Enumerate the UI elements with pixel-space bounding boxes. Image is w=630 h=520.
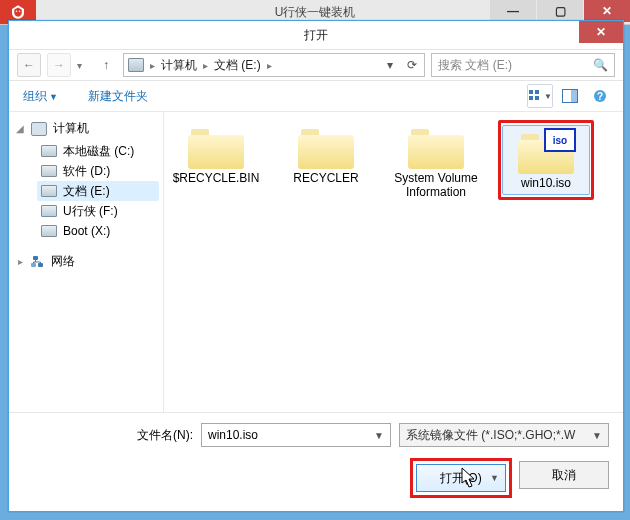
- toolbar: 组织▼ 新建文件夹 ▼ ?: [9, 81, 623, 112]
- background-close-button[interactable]: ✕: [584, 0, 630, 22]
- file-list[interactable]: $RECYCLE.BIN RECYCLER System Volume Info…: [164, 112, 623, 444]
- search-input[interactable]: 搜索 文档 (E:) 🔍: [431, 53, 615, 77]
- nav-up-button[interactable]: ↑: [95, 54, 117, 76]
- screenshot-stage: U行侠一键装机 — ▢ ✕ 打开 ✕ ← → ▾ ↑ ▸ 计算机 ▸ 文档 (E…: [0, 0, 630, 520]
- open-button-label: 打开(O): [440, 470, 481, 487]
- view-options-button[interactable]: ▼: [527, 84, 553, 108]
- svg-rect-5: [535, 96, 539, 100]
- background-maximize-button[interactable]: ▢: [537, 0, 583, 22]
- tree-item-label: Boot (X:): [63, 224, 110, 238]
- svg-rect-4: [529, 96, 533, 100]
- tree-root-label: 网络: [51, 253, 75, 270]
- chevron-down-icon: ▼: [49, 92, 58, 102]
- nav-history-button[interactable]: ▾: [77, 60, 89, 71]
- iso-file-icon: iso: [518, 130, 574, 174]
- tree-twisty-icon[interactable]: ▸: [15, 256, 25, 267]
- help-icon: ?: [593, 89, 607, 103]
- drive-icon: [41, 165, 57, 177]
- arrow-left-icon: ←: [23, 58, 35, 72]
- breadcrumb-separator: ▸: [267, 60, 272, 71]
- split-button-arrow-icon[interactable]: ▼: [490, 473, 499, 483]
- tree-twisty-icon[interactable]: ◢: [15, 123, 25, 134]
- address-dropdown-button[interactable]: ▾: [382, 57, 398, 73]
- filetype-value: 系统镜像文件 (*.ISO;*.GHO;*.W: [406, 427, 575, 444]
- tree-item-drive-e[interactable]: 文档 (E:): [37, 181, 159, 201]
- background-minimize-button[interactable]: —: [490, 0, 536, 22]
- tree-item-label: 软件 (D:): [63, 163, 110, 180]
- nav-back-button[interactable]: ←: [17, 53, 41, 77]
- filename-value: win10.iso: [208, 428, 258, 442]
- open-file-dialog: 打开 ✕ ← → ▾ ↑ ▸ 计算机 ▸ 文档 (E:) ▸ ▾ ⟳ 搜索 文档…: [8, 20, 624, 512]
- drive-icon: [128, 58, 144, 72]
- filename-row: 文件名(N): win10.iso ▼ 系统镜像文件 (*.ISO;*.GHO;…: [9, 413, 623, 453]
- open-button[interactable]: 打开(O) ▼: [416, 464, 506, 492]
- file-item-iso-highlighted[interactable]: iso win10.iso: [498, 120, 594, 200]
- tree-item-drive-d[interactable]: 软件 (D:): [37, 161, 159, 181]
- filetype-filter[interactable]: 系统镜像文件 (*.ISO;*.GHO;*.W ▼: [399, 423, 609, 447]
- file-item-label: win10.iso: [521, 176, 571, 190]
- tree-item-label: 本地磁盘 (C:): [63, 143, 134, 160]
- svg-rect-10: [33, 256, 38, 260]
- search-placeholder: 搜索 文档 (E:): [438, 57, 587, 74]
- svg-rect-2: [529, 90, 533, 94]
- file-item-iso[interactable]: iso win10.iso: [502, 125, 590, 195]
- drive-icon: [41, 205, 57, 217]
- button-row: 打开(O) ▼ 取消: [9, 453, 623, 495]
- file-item-label: $RECYCLE.BIN: [173, 171, 260, 185]
- file-item-label: RECYCLER: [293, 171, 358, 185]
- file-item-folder[interactable]: $RECYCLE.BIN: [168, 120, 264, 190]
- background-window-controls: — ▢ ✕: [490, 0, 630, 22]
- tree-root-network[interactable]: ▸ 网络: [15, 253, 159, 270]
- drive-icon: [41, 145, 57, 157]
- chevron-down-icon[interactable]: ▼: [374, 430, 384, 441]
- refresh-button[interactable]: ⟳: [404, 57, 420, 73]
- tree-root-computer[interactable]: ◢ 计算机: [15, 120, 159, 137]
- preview-pane-icon: [562, 89, 578, 103]
- chevron-down-icon[interactable]: ▼: [592, 430, 602, 441]
- navigation-bar: ← → ▾ ↑ ▸ 计算机 ▸ 文档 (E:) ▸ ▾ ⟳ 搜索 文档 (E:)…: [9, 49, 623, 81]
- drive-icon: [41, 185, 57, 197]
- breadcrumb-leaf[interactable]: 文档 (E:): [214, 57, 261, 74]
- tree-item-drive-c[interactable]: 本地磁盘 (C:): [37, 141, 159, 161]
- svg-rect-3: [535, 90, 539, 94]
- cancel-button-label: 取消: [552, 467, 576, 484]
- dialog-bottom-panel: 文件名(N): win10.iso ▼ 系统镜像文件 (*.ISO;*.GHO;…: [9, 412, 623, 511]
- network-icon: [31, 255, 45, 269]
- refresh-icon: ⟳: [407, 58, 417, 72]
- app-logo-icon: [9, 3, 27, 21]
- arrow-up-icon: ↑: [103, 58, 109, 72]
- address-bar[interactable]: ▸ 计算机 ▸ 文档 (E:) ▸ ▾ ⟳: [123, 53, 425, 77]
- tree-item-label: 文档 (E:): [63, 183, 110, 200]
- tree-item-drive-f[interactable]: U行侠 (F:): [37, 201, 159, 221]
- breadcrumb-root[interactable]: 计算机: [161, 57, 197, 74]
- file-item-folder[interactable]: RECYCLER: [278, 120, 374, 190]
- cancel-button[interactable]: 取消: [519, 461, 609, 489]
- svg-text:?: ?: [597, 91, 603, 102]
- background-window-title: U行侠一键装机: [275, 4, 356, 21]
- open-button-highlight: 打开(O) ▼: [413, 461, 509, 495]
- file-item-folder[interactable]: System Volume Information: [388, 120, 484, 204]
- view-grid-icon: [528, 89, 542, 103]
- filename-input[interactable]: win10.iso ▼: [201, 423, 391, 447]
- dialog-body: ◢ 计算机 本地磁盘 (C:) 软件 (D:) 文档 (E:) U行侠 (F:)…: [9, 112, 623, 444]
- tree-section-network: ▸ 网络: [15, 253, 159, 270]
- dialog-titlebar: 打开 ✕: [9, 21, 623, 49]
- dialog-close-button[interactable]: ✕: [579, 21, 623, 43]
- chevron-down-icon: ▼: [544, 92, 552, 101]
- tree-children: 本地磁盘 (C:) 软件 (D:) 文档 (E:) U行侠 (F:) Boot …: [37, 141, 159, 241]
- preview-pane-button[interactable]: [557, 84, 583, 108]
- svg-rect-11: [38, 263, 43, 267]
- filename-label: 文件名(N):: [9, 427, 193, 444]
- organize-button[interactable]: 组织▼: [19, 86, 62, 107]
- new-folder-button[interactable]: 新建文件夹: [84, 86, 152, 107]
- tree-item-drive-x[interactable]: Boot (X:): [37, 221, 159, 241]
- folder-icon: [408, 125, 464, 169]
- iso-badge-icon: iso: [544, 128, 576, 152]
- dialog-title: 打开: [304, 27, 328, 44]
- breadcrumb-separator: ▸: [203, 60, 208, 71]
- nav-forward-button[interactable]: →: [47, 53, 71, 77]
- svg-rect-12: [31, 263, 36, 267]
- svg-rect-7: [571, 90, 577, 102]
- breadcrumb-separator: ▸: [150, 60, 155, 71]
- help-button[interactable]: ?: [587, 84, 613, 108]
